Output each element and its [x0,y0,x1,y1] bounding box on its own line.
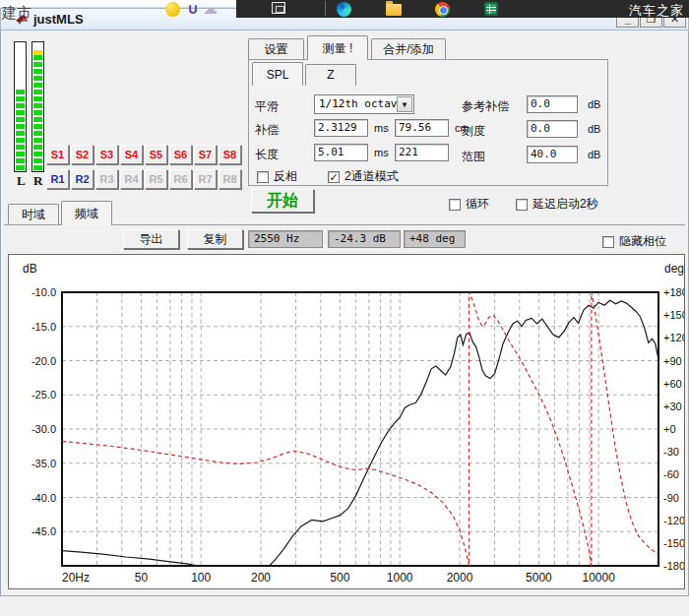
db-tick-label: -40.0 [31,492,56,504]
db-unit-label-1: dB [588,98,600,110]
ref-comp-label: 参考补偿 [462,98,509,115]
ms-unit-label-2: ms [374,147,389,158]
smoothing-value: 1/12th octav [319,97,397,110]
export-button[interactable]: 导出 [123,229,179,249]
series-spl [62,300,658,575]
frequency-response-chart[interactable]: dBdeg-10.0-15.0-20.0-25.0-30.0-35.0-40.0… [8,254,685,589]
save-slot-row: S1S2S3S4S5S6S7S8 [46,145,241,164]
cursor-phase-readout: +48 deg [404,230,466,248]
save-slot-s8[interactable]: S8 [219,145,241,164]
level-meter-right-peak [33,50,42,55]
cloud-icon[interactable]: ☁ [203,0,218,18]
desktop-text-fragment: 建市 [2,4,31,18]
db-tick-label: -30.0 [31,423,56,435]
meter-label-left: L [17,173,26,189]
yellow-ball-icon[interactable] [165,2,180,17]
recall-slot-row: R1R2R3R4R5R6R7R8 [46,169,241,189]
db-unit-label-2: dB [588,123,600,135]
deg-tick-label: -90 [663,492,679,504]
db-unit-label-3: dB [588,149,600,160]
scale-label: 刻度 [462,123,485,140]
recall-slot-r3: R3 [95,169,118,189]
recall-slot-r8: R8 [219,169,241,189]
loop-label: 循环 [466,196,489,213]
smooth-label: 平滑 [255,98,279,115]
db-tick-label: -20.0 [31,355,56,367]
cursor-frequency-readout: 2550 Hz [248,230,323,248]
save-slot-s7[interactable]: S7 [194,145,217,164]
freq-tick-label: 10000 [583,571,616,585]
tab-frequency-domain[interactable]: 频域 [61,201,112,225]
freq-tick-label: 20Hz [62,571,90,585]
deg-tick-label: +120 [663,332,684,343]
right-axis-title: deg [664,262,684,276]
left-axis-title: dB [23,262,37,276]
freq-tick-label: 1000 [387,571,413,585]
length-samples-field[interactable]: 221 [395,144,449,161]
measure-panel: SPL Z 平滑 1/12th octav ▼ 补偿 2.3129 ms 79.… [248,59,608,186]
window-title: justMLS [33,12,84,27]
save-slot-s3[interactable]: S3 [95,145,118,164]
two-channel-label: 2通道模式 [344,168,399,185]
range-field[interactable]: 40.0 [527,146,578,163]
horseshoe-icon[interactable]: ∪ [187,0,199,18]
freq-tick-label: 100 [191,571,211,585]
taskbar-separator [325,1,326,16]
save-slot-s6[interactable]: S6 [169,145,192,164]
deg-tick-label: -180 [663,560,684,572]
watermark-text: 汽车之家 [629,2,684,18]
delay-start-checkbox[interactable]: 延迟启动2秒 [516,196,598,213]
compensation-cm-field[interactable]: 79.56 [395,119,449,137]
compensation-label: 补偿 [255,122,279,139]
deg-tick-label: +60 [663,378,682,390]
invert-checkbox[interactable]: 反相 [257,168,297,185]
cursor-level-readout: -24.3 dB [328,230,401,248]
ms-unit-label: ms [374,122,389,134]
chevron-down-icon[interactable]: ▼ [397,96,412,112]
deg-tick-label: +90 [663,355,682,367]
task-view-icon[interactable] [272,2,285,14]
compensation-ms-field[interactable]: 2.3129 [314,119,368,137]
hide-phase-checkbox[interactable]: 隐藏相位 [602,233,666,250]
two-channel-checkbox[interactable]: ✓ 2通道模式 [328,168,399,185]
invert-label: 反相 [274,168,297,185]
db-tick-label: -15.0 [31,321,56,333]
tab-spl[interactable]: SPL [252,62,303,86]
tab-measure[interactable]: 测量 ! [307,35,368,60]
hide-phase-label: 隐藏相位 [619,233,666,250]
edge-icon[interactable] [337,2,351,17]
tab-time-domain[interactable]: 时域 [8,204,59,225]
recall-slot-r1[interactable]: R1 [46,169,69,189]
length-ms-field[interactable]: 5.01 [314,144,368,161]
freq-tick-label: 2000 [447,571,473,585]
folder-icon[interactable] [386,4,402,16]
recall-slot-r4: R4 [120,169,143,189]
recall-slot-r7: R7 [194,169,217,189]
recall-slot-r2[interactable]: R2 [71,169,94,189]
tab-z[interactable]: Z [305,64,356,86]
length-label: 长度 [255,147,279,163]
tab-settings[interactable]: 设置 [248,38,304,60]
copy-button[interactable]: 复制 [187,229,243,249]
recall-slot-r6: R6 [169,169,192,189]
level-meter-right [31,41,44,172]
ref-comp-field[interactable]: 0.0 [527,95,578,113]
smoothing-select[interactable]: 1/12th octav ▼ [314,94,414,114]
scale-field[interactable]: 0.0 [527,120,578,138]
save-slot-s5[interactable]: S5 [145,145,167,164]
tab-merge-add[interactable]: 合并/添加 [371,38,446,60]
save-slot-s2[interactable]: S2 [71,145,94,164]
chart-canvas[interactable]: dBdeg-10.0-15.0-20.0-25.0-30.0-35.0-40.0… [9,255,684,588]
excel-icon[interactable] [484,2,498,16]
freq-tick-label: 500 [330,571,349,585]
deg-tick-label: -60 [663,468,679,480]
loop-checkbox[interactable]: 循环 [449,196,489,213]
level-meter-left [14,41,27,172]
save-slot-s4[interactable]: S4 [120,145,143,164]
chrome-icon[interactable] [435,2,450,17]
deg-tick-label: -30 [663,446,679,458]
deg-tick-label: -150 [663,537,684,549]
save-slot-s1[interactable]: S1 [46,145,69,164]
deg-tick-label: +30 [663,400,682,412]
start-button[interactable]: 开始 [251,189,314,213]
